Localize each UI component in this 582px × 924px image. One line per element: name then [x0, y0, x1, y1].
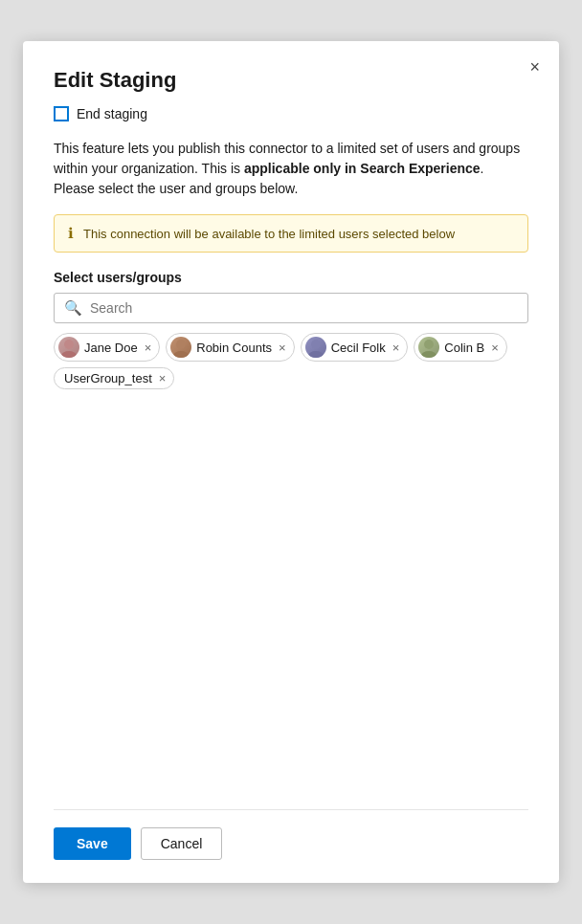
end-staging-label: End staging	[77, 106, 147, 121]
svg-point-1	[61, 351, 77, 358]
tag-name-cecil: Cecil Folk	[331, 341, 386, 355]
remove-robin-button[interactable]: ×	[277, 341, 286, 354]
svg-point-6	[424, 340, 434, 349]
avatar-cecil	[305, 337, 326, 358]
avatar-jane	[58, 337, 79, 358]
svg-point-0	[64, 340, 74, 349]
tag-jane-doe: Jane Doe ×	[54, 333, 160, 362]
remove-cecil-button[interactable]: ×	[391, 341, 400, 354]
remove-jane-button[interactable]: ×	[143, 341, 152, 354]
svg-point-7	[421, 351, 436, 358]
svg-point-3	[173, 351, 189, 358]
description-text: This feature lets you publish this conne…	[54, 139, 528, 199]
cancel-button[interactable]: Cancel	[141, 827, 223, 860]
tag-name-robin: Robin Counts	[196, 341, 272, 355]
avatar-colin	[418, 337, 439, 358]
select-section-label: Select users/groups	[54, 270, 528, 285]
save-button[interactable]: Save	[54, 827, 131, 860]
tags-container: Jane Doe × Robin Counts ×	[54, 333, 528, 362]
tag-name-colin: Colin B	[444, 341, 484, 355]
group-name: UserGroup_test	[64, 371, 152, 385]
modal-title: Edit Staging	[54, 68, 528, 93]
tag-usergroup-test: UserGroup_test ×	[54, 367, 174, 389]
modal-footer: Save Cancel	[54, 809, 528, 860]
info-banner-text: This connection will be available to the…	[83, 227, 455, 241]
svg-point-5	[308, 351, 324, 358]
svg-point-2	[176, 340, 186, 349]
modal-overlay: × Edit Staging End staging This feature …	[0, 0, 582, 924]
info-banner: ℹ This connection will be available to t…	[54, 214, 528, 253]
search-box[interactable]: 🔍	[54, 293, 528, 323]
info-icon: ℹ	[68, 225, 74, 242]
end-staging-row[interactable]: End staging	[54, 106, 528, 121]
search-icon: 🔍	[64, 299, 82, 317]
edit-staging-modal: × Edit Staging End staging This feature …	[23, 41, 559, 883]
tag-robin-counts: Robin Counts ×	[166, 333, 294, 362]
tag-cecil-folk: Cecil Folk ×	[301, 333, 409, 362]
group-tags-container: UserGroup_test ×	[54, 367, 528, 389]
search-input[interactable]	[90, 300, 518, 316]
avatar-robin	[170, 337, 191, 358]
remove-colin-button[interactable]: ×	[489, 341, 499, 354]
tag-colin-b: Colin B ×	[414, 333, 507, 362]
close-button[interactable]: ×	[526, 55, 544, 79]
end-staging-checkbox[interactable]	[54, 106, 69, 121]
description-bold: applicable only in Search Experience	[244, 161, 481, 176]
tag-name-jane: Jane Doe	[84, 341, 138, 355]
remove-usergroup-button[interactable]: ×	[157, 372, 167, 385]
svg-point-4	[311, 340, 321, 349]
